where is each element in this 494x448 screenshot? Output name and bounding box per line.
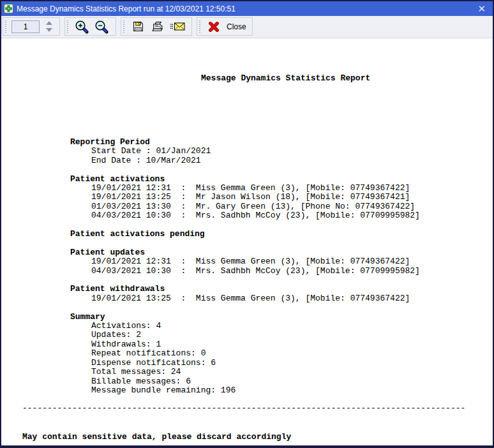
footer-divider: ----------------------------------------… [22,403,475,413]
section-line: 04/03/2021 10:30 : Mrs. Sadhbh McCoy (23… [70,211,493,220]
section-line: Activations: 4 [70,322,493,331]
sensitive-data-notice: May contain sensitive data, please disca… [22,432,475,442]
section-line: Dispense notifications: 6 [70,359,493,368]
report-section: Reporting PeriodStart Date : 01/Jan/2021… [70,138,493,165]
section-line: Withdrawals: 1 [70,340,493,349]
report-sections: Reporting PeriodStart Date : 01/Jan/2021… [70,138,493,395]
report-preview-window: Message Dynamics Statistics Report run a… [0,0,494,448]
close-button[interactable] [206,19,222,34]
report-section: Patient activations19/01/2021 12:31 : Mi… [70,175,493,221]
toolbar-grip[interactable] [67,20,68,33]
save-button[interactable] [130,19,146,34]
page-navigation-group: 1 [3,17,60,36]
section-heading: Patient withdrawals [70,285,493,294]
toolbar-grip[interactable] [5,20,6,33]
section-line: 01/03/2021 13:30 : Mr. Gary Green (13), … [70,202,493,211]
section-line: 19/01/2021 13:25 : Mr Jason Wilson (18),… [70,193,493,202]
section-line: End Date : 10/Mar/2021 [70,156,493,165]
section-line: 19/01/2021 13:25 : Miss Gemma Green (3),… [70,294,493,303]
print-button[interactable] [149,19,166,34]
titlebar[interactable]: Message Dynamics Statistics Report run a… [1,1,493,16]
email-envelope-icon [170,22,185,31]
page-down-button[interactable] [46,28,52,32]
page-number-input[interactable]: 1 [11,20,40,33]
page-spinner [46,21,54,32]
report-footer: ----------------------------------------… [22,384,475,445]
close-button-label[interactable]: Close [227,22,246,31]
section-heading: Patient activations pending [70,230,493,239]
floppy-save-icon [133,21,144,32]
section-line: 04/03/2021 10:30 : Mrs. Sadhbh McCoy (23… [70,267,493,276]
report-body: Message Dynamics Statistics Report Repor… [1,38,493,423]
section-line: 19/01/2021 12:31 : Miss Gemma Green (3),… [70,257,493,266]
email-button[interactable] [169,19,186,34]
red-cross-icon [209,21,220,32]
zoom-out-button[interactable] [93,19,110,34]
section-line: Repeat notifications: 0 [70,349,493,358]
report-section: Patient updates19/01/2021 12:31 : Miss G… [70,248,493,276]
toolbar-grip[interactable] [199,20,200,33]
section-line: 19/01/2021 12:31 : Miss Gemma Green (3),… [70,184,493,193]
section-line: Updates: 2 [70,331,493,340]
report-title: Message Dynamics Statistics Report [201,74,493,83]
zoom-group [64,17,116,36]
section-heading: Patient activations [70,175,493,184]
section-heading: Reporting Period [70,138,493,147]
output-actions-group [121,17,192,36]
toolbar: 1 [1,16,493,38]
report-page: Message Dynamics Statistics Report Repor… [1,38,493,445]
section-line: Total messages: 24 [70,368,493,377]
pharmacy-cross-icon [4,4,13,13]
section-heading: Summary [70,313,493,322]
close-group: Close [197,17,253,36]
window-close-icon[interactable]: ✕ [475,4,488,13]
report-section: Patient withdrawals19/01/2021 13:25 : Mi… [70,285,493,303]
report-section: SummaryActivations: 4Updates: 2Withdrawa… [70,313,493,396]
printer-icon [151,21,164,33]
page-up-button[interactable] [46,21,52,25]
zoom-in-icon [75,20,89,34]
window-title: Message Dynamics Statistics Report run a… [17,4,472,13]
section-line: Start Date : 01/Jan/2021 [70,147,493,156]
zoom-in-button[interactable] [73,19,90,34]
toolbar-grip[interactable] [123,20,124,33]
section-heading: Patient updates [70,248,493,257]
zoom-out-icon [94,20,109,34]
report-section: Patient activations pending [70,230,493,239]
